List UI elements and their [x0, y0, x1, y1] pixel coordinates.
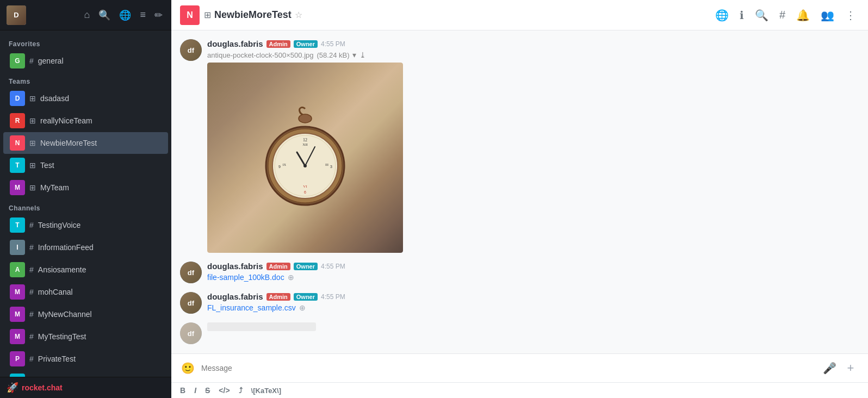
msg-time-3: 4:55 PM	[321, 293, 345, 301]
search-header-icon[interactable]: 🔍	[752, 5, 772, 25]
more-header-icon[interactable]: ⋮	[842, 5, 859, 25]
file-dl-icon-3[interactable]: ⊕	[299, 303, 306, 312]
members-header-icon[interactable]: 👥	[817, 5, 838, 25]
hash-icon-mynewchannel: #	[29, 310, 34, 319]
sidebar-search-row: ⌂ 🔍 🌐 ≡ ✏	[26, 7, 165, 23]
sidebar-item-teamchannel[interactable]: T # TeamChannel	[3, 370, 168, 377]
italic-button[interactable]: I	[192, 385, 199, 396]
sidebar-item-label-ansiosamente: Ansiosamente	[38, 265, 162, 274]
sidebar-item-label-test: Test	[40, 161, 162, 170]
item-avatar-mohcanal: M	[10, 284, 25, 300]
sidebar-item-privatetest[interactable]: P # PrivateTest	[3, 348, 168, 370]
code-button[interactable]: </>	[216, 385, 232, 396]
compose-icon[interactable]: ✏	[152, 7, 165, 23]
msg-meta-3: douglas.fabris Admin Owner 4:55 PM	[207, 292, 859, 301]
channel-icon: ⊞	[204, 10, 211, 20]
sidebar-item-newbiemoretest[interactable]: N ⊞ NewbieMoreTest	[3, 132, 168, 154]
link-button[interactable]: ⤴	[237, 385, 245, 396]
globe-icon[interactable]: 🌐	[117, 7, 133, 23]
hash-icon-myteam: ⊞	[29, 183, 36, 192]
file-link-doc[interactable]: file-sample_100kB.doc	[207, 273, 284, 282]
file-info-row-1: antique-pocket-clock-500×500.jpg (58.24 …	[207, 51, 859, 59]
sidebar-item-general[interactable]: G # general	[3, 50, 168, 72]
sidebar-item-mynewchannel[interactable]: M # MyNewChannel	[3, 303, 168, 325]
msg-avatar-inner-3: df	[180, 292, 202, 314]
svg-text:XII: XII	[302, 142, 308, 147]
sidebar-item-test[interactable]: T ⊞ Test	[3, 154, 168, 176]
msg-avatar-3: df	[180, 292, 202, 314]
mic-button[interactable]: 🎤	[823, 362, 836, 375]
msg-time-1: 4:55 PM	[321, 40, 345, 48]
hash-icon-test: ⊞	[29, 161, 36, 170]
sort-icon[interactable]: ≡	[138, 7, 148, 23]
item-avatar-myteam: M	[10, 180, 25, 195]
msg-image-container-1[interactable]: 12 6 3 9 XII III VI IX	[207, 63, 403, 253]
message-block-1: df douglas.fabris Admin Owner 4:55 PM an…	[180, 39, 859, 253]
sidebar-item-mohcanal[interactable]: M # mohCanal	[3, 281, 168, 303]
globe-header-icon[interactable]: 🌐	[712, 5, 732, 25]
sidebar-item-testingvoice[interactable]: T # TestingVoice	[3, 214, 168, 236]
file-link-row-2: file-sample_100kB.doc ⊕	[207, 273, 859, 282]
sidebar-item-reallyniceteam[interactable]: R ⊞ reallyNiceTeam	[3, 110, 168, 132]
file-link-row-3: FL_insurance_sample.csv ⊕	[207, 303, 859, 312]
msg-avatar-1: df	[180, 39, 202, 61]
main: N ⊞ NewbieMoreTest ☆ 🌐 ℹ 🔍 # 🔔 👥 ⋮ df do…	[171, 0, 868, 398]
bold-button[interactable]: B	[178, 385, 188, 396]
rocket-icon: 🚀	[7, 382, 18, 394]
item-avatar-privatetest: P	[10, 351, 25, 366]
item-avatar-reallyniceteam: R	[10, 113, 25, 128]
item-avatar-informationfeed: I	[10, 240, 25, 255]
hash-icon-newbiemoretest: ⊞	[29, 139, 36, 147]
channel-star-icon[interactable]: ☆	[295, 10, 302, 20]
bell-header-icon[interactable]: 🔔	[793, 5, 813, 25]
emoji-button[interactable]: 🙂	[180, 360, 196, 376]
msg-badge-admin-2: Admin	[266, 263, 290, 270]
msg-content-3: douglas.fabris Admin Owner 4:55 PM FL_in…	[207, 292, 859, 314]
teams-section-label: Teams	[0, 72, 171, 88]
svg-text:12: 12	[303, 138, 307, 142]
message-toolbar: B I S </> ⤴ \[KaTeX\]	[171, 382, 868, 398]
svg-text:3: 3	[330, 165, 332, 169]
messages-area: df douglas.fabris Admin Owner 4:55 PM an…	[171, 30, 868, 353]
sidebar-item-label-reallyniceteam: reallyNiceTeam	[40, 116, 162, 125]
home-icon[interactable]: ⌂	[82, 7, 92, 23]
hash-icon-mohcanal: #	[29, 288, 34, 296]
msg-content-4	[207, 322, 859, 344]
message-input[interactable]	[201, 364, 817, 372]
item-avatar-dsadasd: D	[10, 91, 25, 106]
item-avatar-ansiosamente: A	[10, 262, 25, 277]
item-avatar-mynewchannel: M	[10, 307, 25, 322]
message-block-2: df douglas.fabris Admin Owner 4:55 PM fi…	[180, 262, 859, 283]
sidebar-footer: 🚀 rocket.chat	[0, 377, 171, 398]
sidebar-item-mytestingtest[interactable]: M # MyTestingTest	[3, 326, 168, 347]
file-download-icon-1[interactable]: ⤓	[359, 51, 366, 59]
msg-meta-1: douglas.fabris Admin Owner 4:55 PM	[207, 39, 859, 48]
item-avatar-testingvoice: T	[10, 217, 25, 233]
sidebar-item-ansiosamente[interactable]: A # Ansiosamente	[3, 259, 168, 281]
hash-icon-ansiosamente: #	[29, 265, 34, 274]
hash-icon-reallyniceteam: ⊞	[29, 116, 36, 125]
sidebar-item-informationfeed[interactable]: I # InformationFeed	[3, 237, 168, 258]
favorites-section-label: Favorites	[0, 35, 171, 50]
sidebar-item-myteam[interactable]: M ⊞ MyTeam	[3, 177, 168, 198]
hash-icon-mytestingtest: #	[29, 332, 34, 341]
item-avatar-newbiemoretest: N	[10, 135, 25, 151]
msg-badge-admin-1: Admin	[266, 40, 290, 48]
file-dl-icon-2[interactable]: ⊕	[288, 273, 294, 282]
search-icon[interactable]: 🔍	[96, 7, 113, 23]
msg-badge-owner-3: Owner	[294, 293, 318, 301]
file-link-csv[interactable]: FL_insurance_sample.csv	[207, 303, 296, 312]
svg-point-0	[299, 114, 312, 123]
sidebar-item-dsadasd[interactable]: D ⊞ dsadasd	[3, 88, 168, 109]
hashtag-header-icon[interactable]: #	[776, 5, 789, 24]
plus-button[interactable]: +	[842, 359, 859, 377]
msg-avatar-4: df	[180, 322, 202, 344]
file-chevron-icon-1[interactable]: ▾	[352, 51, 356, 59]
rocket-logo: 🚀 rocket.chat	[7, 382, 63, 394]
msg-avatar-inner-2: df	[180, 262, 202, 283]
info-header-icon[interactable]: ℹ	[736, 5, 747, 25]
strikethrough-button[interactable]: S	[203, 385, 212, 396]
sidebar-item-label-mytestingtest: MyTestingTest	[38, 332, 162, 341]
katex-button[interactable]: \[KaTeX\]	[249, 385, 283, 396]
message-block-4: df	[180, 322, 859, 344]
